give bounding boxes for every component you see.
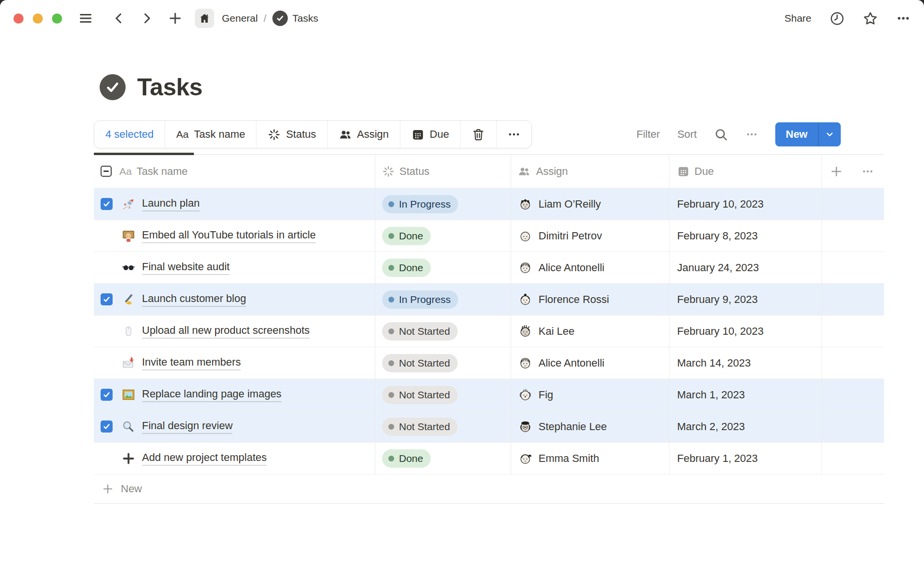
page-icon-checkmark[interactable] [100,74,126,100]
zoom-window-button[interactable] [52,13,62,24]
add-column-icon[interactable] [830,165,843,178]
chevron-down-icon[interactable] [818,122,841,146]
task-cell[interactable]: Launch plan [94,188,375,220]
table-more-icon[interactable] [861,165,874,178]
task-title-link[interactable]: Launch plan [142,197,200,211]
status-cell[interactable]: Not Started [375,347,511,379]
row-checkbox[interactable] [101,198,113,210]
task-cell[interactable]: Launch customer blog [94,284,375,315]
table-row[interactable]: Launch plan In Progress Liam O’Reilly Fe… [94,188,884,220]
status-badge[interactable]: Not Started [382,354,458,372]
task-title-link[interactable]: Embed all YouTube tutorials in article [142,229,316,243]
status-cell[interactable]: Not Started [375,379,511,410]
table-row[interactable]: Embed all YouTube tutorials in article D… [94,220,884,251]
assignee-cell[interactable]: Dimitri Petrov [511,220,669,251]
breadcrumb-workspace[interactable]: General [222,13,258,24]
row-checkbox[interactable] [101,420,113,433]
row-checkbox-slot[interactable] [101,452,113,464]
close-window-button[interactable] [13,13,24,24]
due-cell[interactable]: February 10, 2023 [669,315,822,347]
new-button[interactable]: New [775,122,841,146]
task-title-link[interactable]: Replace landing page images [142,388,282,402]
status-badge[interactable]: Not Started [382,322,458,341]
due-cell[interactable]: March 2, 2023 [669,411,822,442]
task-title-link[interactable]: Add new project templates [142,451,267,466]
new-tab-icon[interactable] [168,11,182,26]
row-checkbox-slot[interactable] [101,230,113,242]
header-task-name[interactable]: Aa Task name [94,155,375,188]
task-title-link[interactable]: Upload all new product screenshots [142,324,310,339]
task-cell[interactable]: Invite team members [94,347,375,379]
page-title[interactable]: Tasks [137,73,203,101]
status-cell[interactable]: Not Started [375,315,511,347]
minimize-window-button[interactable] [33,13,43,24]
task-cell[interactable]: Embed all YouTube tutorials in article [94,220,375,251]
status-badge[interactable]: Done [382,259,431,277]
back-icon[interactable] [112,12,126,25]
filter-button[interactable]: Filter [637,128,660,141]
header-assign[interactable]: Assign [511,155,669,188]
sort-button[interactable]: Sort [677,128,696,141]
status-cell[interactable]: In Progress [375,188,511,220]
task-title-link[interactable]: Launch customer blog [142,292,246,307]
row-checkbox[interactable] [101,389,113,401]
table-row[interactable]: Add new project templates Done Emma Smit… [94,442,884,474]
favorite-star-icon[interactable] [863,11,878,26]
task-cell[interactable]: Final website audit [94,252,375,283]
search-icon[interactable] [714,128,728,142]
due-cell[interactable]: March 14, 2023 [669,347,822,379]
more-options-icon[interactable] [896,11,911,26]
add-row-button[interactable]: New [94,474,884,504]
assignee-cell[interactable]: Emma Smith [511,443,669,474]
table-row[interactable]: Final website audit Done Alice Antonelli… [94,251,884,283]
due-cell[interactable]: February 8, 2023 [669,220,822,251]
assignee-cell[interactable]: Stephanie Lee [511,411,669,442]
share-button[interactable]: Share [784,13,811,24]
status-cell[interactable]: Not Started [375,411,511,442]
forward-icon[interactable] [140,12,154,25]
row-checkbox-slot[interactable] [101,325,113,337]
task-title-link[interactable]: Final website audit [142,261,230,275]
task-cell[interactable]: Add new project templates [94,443,375,474]
row-checkbox[interactable] [101,293,113,305]
property-status-button[interactable]: Status [257,121,327,148]
status-cell[interactable]: Done [375,220,511,251]
due-cell[interactable]: March 1, 2023 [669,379,822,410]
status-cell[interactable]: In Progress [375,284,511,315]
task-title-link[interactable]: Final design review [142,420,232,434]
due-cell[interactable]: February 9, 2023 [669,284,822,315]
view-more-icon[interactable] [745,128,758,141]
row-checkbox-slot[interactable] [101,198,113,210]
row-checkbox-slot[interactable] [101,420,113,433]
status-cell[interactable]: Done [375,443,511,474]
table-row[interactable]: Final design review Not Started Stephani… [94,410,884,442]
task-title-link[interactable]: Invite team members [142,356,241,370]
property-assign-button[interactable]: Assign [328,121,400,148]
header-due[interactable]: Due [669,155,822,188]
home-icon[interactable] [195,9,214,28]
new-button-label[interactable]: New [775,122,818,146]
status-badge[interactable]: In Progress [382,290,458,309]
delete-selected-button[interactable] [461,121,497,148]
history-clock-icon[interactable] [830,11,845,26]
task-cell[interactable]: Final design review [94,411,375,442]
toolbar-more-icon[interactable] [497,121,531,148]
status-badge[interactable]: Done [382,449,431,468]
assignee-cell[interactable]: Alice Antonelli [511,252,669,283]
table-row[interactable]: Upload all new product screenshots Not S… [94,315,884,347]
assignee-cell[interactable]: Florence Rossi [511,284,669,315]
assignee-cell[interactable]: Alice Antonelli [511,347,669,379]
task-cell[interactable]: Upload all new product screenshots [94,315,375,347]
table-row[interactable]: Launch customer blog In Progress Florenc… [94,283,884,315]
row-checkbox-slot[interactable] [101,262,113,274]
property-task-name-button[interactable]: Aa Task name [165,121,257,148]
table-row[interactable]: Invite team members Not Started Alice An… [94,347,884,379]
status-cell[interactable]: Done [375,252,511,283]
assignee-cell[interactable]: Kai Lee [511,315,669,347]
due-cell[interactable]: January 24, 2023 [669,252,822,283]
status-badge[interactable]: Done [382,227,431,245]
table-row[interactable]: Replace landing page images Not Started … [94,379,884,410]
status-badge[interactable]: In Progress [382,195,458,213]
assignee-cell[interactable]: Fig [511,379,669,410]
breadcrumb-page[interactable]: Tasks [293,13,319,24]
